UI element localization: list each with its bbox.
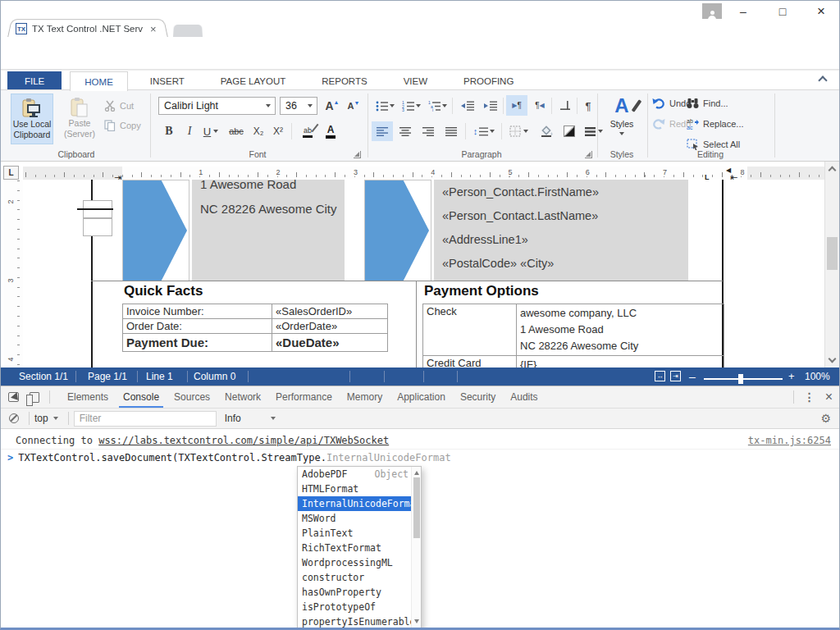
- superscript-button[interactable]: X²: [268, 121, 288, 141]
- increase-indent-button[interactable]: [480, 96, 501, 116]
- copy-button[interactable]: Copy: [104, 116, 141, 135]
- scrollbar-thumb[interactable]: [413, 477, 420, 538]
- bullet-list-button[interactable]: [372, 96, 397, 116]
- devtools-tab[interactable]: Security: [453, 386, 503, 408]
- status-page[interactable]: Page 1/1: [88, 371, 127, 382]
- table-row[interactable]: Order Date: «OrderDate»: [122, 319, 388, 334]
- multilevel-list-button[interactable]: 1 a i: [425, 96, 450, 116]
- ribbon-tab[interactable]: VIEW: [390, 71, 441, 90]
- profile-button[interactable]: [702, 3, 722, 19]
- align-right-button[interactable]: [418, 121, 439, 141]
- console-filter-input[interactable]: [74, 411, 217, 427]
- autocomplete-item[interactable]: HTMLFormat: [298, 482, 411, 496]
- first-line-indent-marker[interactable]: ⇥: [114, 173, 121, 182]
- devtools-tab[interactable]: Performance: [268, 386, 340, 408]
- italic-button[interactable]: I: [181, 121, 198, 141]
- devtools-tab[interactable]: Elements: [60, 386, 116, 408]
- devtools-tab[interactable]: Console: [116, 386, 167, 408]
- tab-stop-marker[interactable]: L: [705, 174, 710, 181]
- device-toolbar-icon[interactable]: [30, 392, 39, 403]
- autocomplete-item[interactable]: hasOwnProperty: [298, 585, 411, 600]
- cut-button[interactable]: Cut: [104, 97, 134, 115]
- zoom-out-button[interactable]: –: [689, 370, 696, 383]
- payment-options-table[interactable]: Check awesome company, LLC 1 Awesome Roa…: [422, 304, 724, 368]
- autocomplete-item[interactable]: propertyIsEnumerable: [298, 614, 411, 628]
- styles-button[interactable]: A Styles: [600, 93, 643, 147]
- scroll-down-icon[interactable]: [829, 355, 837, 363]
- inspect-element-icon[interactable]: [8, 392, 19, 402]
- shrink-font-button[interactable]: A▼: [344, 96, 363, 116]
- tab-stop-selector[interactable]: L: [3, 166, 19, 180]
- zoom-in-button[interactable]: +: [788, 370, 795, 382]
- undo-button[interactable]: Undo: [652, 94, 691, 112]
- ribbon-tab[interactable]: PROOFING: [450, 71, 527, 90]
- clear-console-icon[interactable]: [9, 413, 19, 423]
- window-maximize-button[interactable]: □: [774, 5, 791, 18]
- font-color-button[interactable]: A: [321, 121, 340, 141]
- arrow-shape-frame[interactable]: [364, 180, 431, 281]
- right-margin-marker[interactable]: ⇤: [730, 173, 737, 182]
- fit-page-button[interactable]: ↔: [655, 371, 665, 381]
- console-prompt[interactable]: >TXTextControl.saveDocument(TXTextContro…: [1, 450, 839, 465]
- underline-button[interactable]: U: [199, 121, 222, 141]
- status-line[interactable]: Line 1: [146, 371, 173, 382]
- table-cell[interactable]: [83, 218, 112, 236]
- scrollbar-thumb[interactable]: [827, 237, 838, 270]
- quick-facts-table[interactable]: Invoice Number: «SalesOrderID» Order Dat…: [122, 304, 388, 352]
- ribbon-tab[interactable]: PAGE LAYOUT: [207, 71, 299, 90]
- table-row[interactable]: Check awesome company, LLC 1 Awesome Roa…: [422, 304, 724, 356]
- right-to-left-button[interactable]: ¶◀: [529, 95, 550, 116]
- ribbon-tab[interactable]: INSERT: [136, 71, 199, 90]
- autocomplete-item[interactable]: isPrototypeOf: [298, 600, 411, 614]
- autocomplete-item[interactable]: InternalUnicodeFormat: [298, 496, 411, 511]
- table-row[interactable]: Invoice Number: «SalesOrderID»: [122, 304, 388, 319]
- table-row[interactable]: Credit Card {IF}: [422, 356, 724, 368]
- font-family-select[interactable]: Calibri Light: [158, 97, 276, 115]
- ribbon-tab[interactable]: HOME: [70, 71, 128, 91]
- ribbon-collapse-icon[interactable]: [818, 75, 827, 84]
- bold-button[interactable]: B: [160, 121, 178, 141]
- zoom-slider-thumb[interactable]: [738, 374, 743, 384]
- autocomplete-item[interactable]: MSWord: [298, 511, 411, 526]
- recipient-merge-fields[interactable]: «Person_Contact.FirstName»«Person_Contac…: [434, 180, 688, 281]
- status-section[interactable]: Section 1/1: [19, 371, 68, 382]
- log-level-select[interactable]: Info: [225, 413, 276, 424]
- zoom-slider-track[interactable]: [704, 378, 783, 380]
- paste-server-button[interactable]: Paste (Server): [58, 94, 101, 144]
- scroll-up-icon[interactable]: [414, 471, 419, 475]
- document-scrollbar[interactable]: [824, 162, 839, 368]
- context-select[interactable]: top: [34, 413, 58, 424]
- autocomplete-item[interactable]: AdobePDF Object: [298, 467, 411, 482]
- numbered-list-button[interactable]: 1 2 3: [399, 96, 423, 116]
- table-row[interactable]: Payment Due: «DueDate»: [122, 334, 388, 352]
- devtools-close-icon[interactable]: ×: [825, 390, 833, 404]
- zoom-level[interactable]: 100%: [805, 371, 830, 382]
- document-editor[interactable]: L 12345678 234 ⇥ ◀ L ⇤: [1, 162, 839, 368]
- font-size-select[interactable]: 36: [280, 97, 317, 115]
- fit-width-button[interactable]: ⇥: [670, 371, 681, 381]
- autocomplete-item[interactable]: RichTextFormat: [298, 541, 411, 555]
- text-direction-button[interactable]: [555, 96, 575, 116]
- window-minimize-button[interactable]: –: [735, 5, 751, 18]
- scroll-down-icon[interactable]: [414, 619, 419, 623]
- sender-address-field[interactable]: 1 Awesome RoadNC 28226 Awesome City: [192, 180, 345, 281]
- devtools-tab[interactable]: Application: [390, 386, 453, 408]
- tab-close-icon[interactable]: ×: [150, 24, 157, 34]
- autocomplete-scrollbar[interactable]: [411, 467, 421, 628]
- new-tab-button[interactable]: [173, 25, 203, 37]
- ribbon-tab[interactable]: FILE: [7, 71, 62, 90]
- grow-font-button[interactable]: A▲: [322, 96, 342, 116]
- browser-tab-content[interactable]: TX TX Text Control .NET Serv ×: [12, 21, 163, 37]
- autocomplete-item[interactable]: WordprocessingML: [298, 555, 411, 570]
- paragraph-dialog-launcher[interactable]: [585, 151, 592, 158]
- arrow-shape-frame[interactable]: [122, 180, 189, 281]
- font-dialog-launcher[interactable]: [354, 151, 361, 158]
- devtools-tab[interactable]: Sources: [167, 386, 217, 408]
- blue-arrow-shape[interactable]: [123, 180, 187, 281]
- devtools-menu-icon[interactable]: ⋮: [804, 390, 815, 404]
- align-left-button[interactable]: [372, 121, 393, 141]
- subscript-button[interactable]: X₂: [249, 121, 268, 141]
- devtools-tab[interactable]: Audits: [503, 386, 545, 408]
- pattern-button[interactable]: [559, 121, 580, 141]
- status-column[interactable]: Column 0: [194, 371, 235, 382]
